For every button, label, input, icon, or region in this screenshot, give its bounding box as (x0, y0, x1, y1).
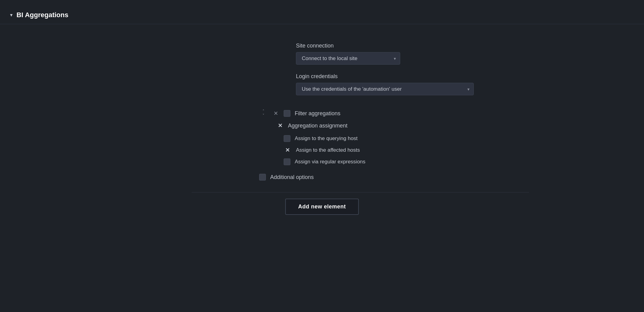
filter-aggregations-controls: ˄ ˅ (259, 109, 268, 117)
site-connection-select[interactable]: Connect to the local site Connect to rem… (296, 52, 400, 65)
additional-options-checkbox[interactable] (259, 174, 266, 181)
site-connection-group: Site connection Connect to the local sit… (296, 43, 400, 65)
filter-aggregations-label: Filter aggregations (295, 110, 340, 117)
list-section: ˄ ˅ ✕ Filter aggregations ✕ Aggregation … (259, 107, 535, 183)
add-new-element-button[interactable]: Add new element (285, 199, 359, 215)
additional-options-label: Additional options (270, 174, 314, 181)
additional-options-row: Additional options (259, 171, 535, 183)
assign-affected-hosts-row: ✕ Assign to the affected hosts (284, 145, 535, 155)
aggregation-assignment-remove-icon[interactable]: ✕ (276, 122, 284, 129)
assign-regex-checkbox[interactable] (284, 158, 290, 165)
assign-affected-hosts-remove-icon[interactable]: ✕ (284, 147, 291, 154)
login-credentials-group: Login credentials Use the credentials of… (296, 73, 474, 95)
filter-aggregations-up-icon[interactable]: ˄ (263, 109, 264, 113)
collapse-icon[interactable]: ▼ (9, 13, 13, 17)
aggregation-assignment-label: Aggregation assignment (288, 123, 347, 129)
assign-affected-hosts-label: Assign to the affected hosts (296, 147, 360, 153)
login-credentials-select-wrapper: Use the credentials of the 'automation' … (296, 83, 474, 95)
main-content: Site connection Connect to the local sit… (0, 24, 644, 215)
filter-aggregations-remove-icon[interactable]: ✕ (272, 110, 279, 117)
site-connection-label: Site connection (296, 43, 400, 49)
section-title: BI Aggregations (17, 11, 68, 19)
login-credentials-select[interactable]: Use the credentials of the 'automation' … (296, 83, 474, 95)
filter-aggregations-checkbox[interactable] (284, 110, 290, 117)
page-container: ▼ BI Aggregations Site connection Connec… (0, 0, 644, 312)
assign-regex-row: Assign via regular expressions (284, 157, 535, 167)
assign-querying-host-row: Assign to the querying host (284, 133, 535, 144)
filter-aggregations-row: ˄ ˅ ✕ Filter aggregations (259, 107, 535, 120)
aggregation-assignment-row: ✕ Aggregation assignment (259, 120, 535, 131)
section-header: ▼ BI Aggregations (0, 6, 644, 24)
assign-querying-host-label: Assign to the querying host (295, 135, 358, 142)
assign-regex-label: Assign via regular expressions (295, 159, 366, 165)
sub-items-list: Assign to the querying host ✕ Assign to … (284, 133, 535, 167)
assign-querying-host-checkbox[interactable] (284, 135, 290, 142)
aggregation-assignment-section: ✕ Aggregation assignment Assign to the q… (259, 120, 535, 167)
login-credentials-label: Login credentials (296, 73, 474, 80)
filter-aggregations-down-icon[interactable]: ˅ (263, 114, 264, 117)
section-divider (192, 192, 529, 192)
site-connection-select-wrapper: Connect to the local site Connect to rem… (296, 52, 400, 65)
fields-wrapper: Site connection Connect to the local sit… (192, 33, 468, 199)
